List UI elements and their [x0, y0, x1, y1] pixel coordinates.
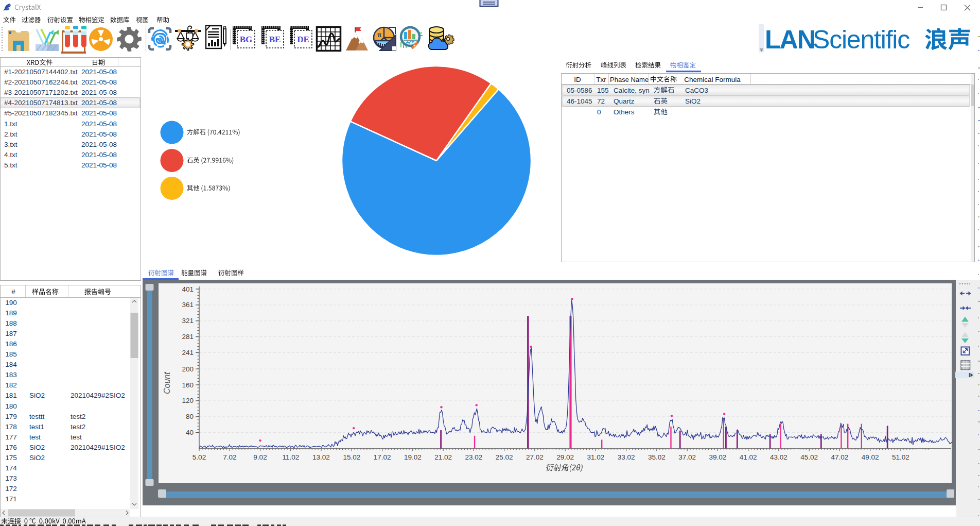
svg-text:2021-05-08: 2021-05-08	[81, 68, 117, 76]
svg-text:47.02: 47.02	[831, 453, 849, 461]
svg-text:test2: test2	[71, 423, 85, 431]
svg-text:1.txt: 1.txt	[4, 120, 18, 128]
svg-text:49.02: 49.02	[862, 453, 879, 461]
svg-text:321: 321	[182, 317, 194, 325]
svg-text:31.02: 31.02	[587, 453, 605, 461]
svg-text:172: 172	[5, 485, 17, 493]
svg-text:Quartz: Quartz	[614, 97, 635, 105]
svg-text:test2: test2	[71, 413, 85, 420]
svg-text:43.02: 43.02	[770, 453, 787, 461]
svg-text:39.02: 39.02	[709, 453, 727, 461]
svg-text:190: 190	[5, 299, 17, 307]
svg-text:183: 183	[5, 371, 17, 379]
svg-text:testtt: testtt	[29, 413, 45, 420]
svg-text:7.02: 7.02	[223, 453, 236, 461]
svg-text:35.02: 35.02	[648, 453, 666, 461]
svg-text:361: 361	[182, 301, 194, 309]
svg-text:175: 175	[5, 454, 17, 462]
svg-text:5.txt: 5.txt	[4, 161, 18, 169]
svg-text:SiO2: SiO2	[29, 454, 45, 462]
svg-text:40: 40	[186, 429, 194, 436]
svg-text:05-0586: 05-0586	[567, 87, 592, 94]
svg-text:72: 72	[597, 97, 605, 105]
svg-text:80: 80	[186, 413, 194, 420]
svg-text:41.02: 41.02	[740, 453, 757, 461]
svg-text:186: 186	[5, 340, 17, 348]
svg-text:45.02: 45.02	[800, 453, 818, 461]
svg-text:180: 180	[5, 402, 17, 410]
svg-text:CaCO3: CaCO3	[685, 87, 708, 94]
svg-text:184: 184	[5, 361, 17, 368]
svg-text:4.txt: 4.txt	[4, 151, 18, 159]
svg-text:160: 160	[182, 381, 194, 389]
svg-text:#4-20210507174813.txt: #4-20210507174813.txt	[4, 99, 78, 107]
svg-text:182: 182	[5, 381, 17, 389]
svg-text:Phase Name: Phase Name	[610, 76, 649, 83]
svg-text:2021-05-08: 2021-05-08	[81, 130, 117, 138]
svg-text:173: 173	[5, 474, 17, 482]
svg-text:Calcite, syn: Calcite, syn	[614, 87, 650, 94]
svg-text:29.02: 29.02	[556, 453, 574, 461]
svg-text:Chemical Formula: Chemical Formula	[684, 76, 741, 83]
svg-text:Scientific: Scientific	[813, 25, 909, 54]
svg-text:13.02: 13.02	[312, 453, 330, 461]
svg-text:23.02: 23.02	[465, 453, 482, 461]
svg-text:2021-05-08: 2021-05-08	[81, 161, 117, 169]
svg-text:17.02: 17.02	[374, 453, 391, 461]
svg-text:20210429#1SIO2: 20210429#1SIO2	[71, 444, 125, 451]
svg-text:25.02: 25.02	[496, 453, 513, 461]
svg-text:11.02: 11.02	[282, 453, 299, 461]
svg-text:2021-05-08: 2021-05-08	[81, 89, 117, 96]
svg-text:ID: ID	[574, 76, 581, 83]
svg-text:2021-05-08: 2021-05-08	[81, 99, 117, 107]
svg-text:401: 401	[182, 285, 194, 293]
svg-text:37.02: 37.02	[678, 453, 696, 461]
svg-text:2021-05-08: 2021-05-08	[81, 78, 117, 86]
svg-text:SiO2: SiO2	[29, 392, 45, 399]
svg-text:3.txt: 3.txt	[4, 141, 18, 148]
svg-text:19.02: 19.02	[404, 453, 422, 461]
svg-text:Count: Count	[163, 372, 171, 394]
svg-text:171: 171	[5, 495, 17, 503]
svg-text:#1-20210507144402.txt: #1-20210507144402.txt	[4, 68, 78, 76]
svg-text:2021-05-08: 2021-05-08	[81, 151, 117, 159]
svg-text:test: test	[29, 433, 41, 441]
svg-text:#3-20210507171202.txt: #3-20210507171202.txt	[4, 89, 78, 96]
svg-text:241: 241	[182, 349, 194, 357]
svg-text:33.02: 33.02	[618, 453, 635, 461]
svg-text:9.02: 9.02	[253, 453, 267, 461]
svg-text:0: 0	[597, 108, 601, 116]
svg-text:181: 181	[5, 392, 17, 399]
svg-text:188: 188	[5, 319, 17, 327]
svg-text:test1: test1	[29, 423, 44, 431]
svg-text:189: 189	[5, 309, 17, 317]
svg-text:178: 178	[5, 423, 17, 431]
svg-text:179: 179	[5, 413, 17, 420]
svg-text:#2-20210507162244.txt: #2-20210507162244.txt	[4, 78, 78, 86]
svg-text:21.02: 21.02	[434, 453, 452, 461]
svg-text:120: 120	[182, 397, 194, 404]
svg-text:2.txt: 2.txt	[4, 130, 18, 138]
svg-text:SiO2: SiO2	[29, 444, 45, 451]
svg-text:5.02: 5.02	[192, 453, 206, 461]
svg-text:#: #	[11, 288, 15, 296]
svg-text:187: 187	[5, 330, 17, 337]
svg-text:176: 176	[5, 444, 17, 451]
svg-text:51.02: 51.02	[892, 453, 909, 461]
svg-text:177: 177	[5, 433, 17, 441]
svg-text:155: 155	[597, 87, 609, 94]
svg-text:LAN: LAN	[765, 25, 815, 54]
svg-text:Others: Others	[614, 108, 635, 116]
svg-text:BE: BE	[269, 35, 281, 44]
svg-text:SiO2: SiO2	[685, 97, 701, 105]
svg-text:46-1045: 46-1045	[567, 97, 592, 105]
svg-text:π: π	[377, 31, 381, 39]
svg-text:185: 185	[5, 350, 17, 358]
svg-text:2021-05-08: 2021-05-08	[81, 141, 117, 148]
svg-text:174: 174	[5, 464, 17, 472]
svg-text:#5-20210507182345.txt: #5-20210507182345.txt	[4, 109, 78, 117]
svg-text:15.02: 15.02	[343, 453, 360, 461]
svg-text:200: 200	[182, 365, 194, 373]
svg-text:DE: DE	[297, 35, 309, 44]
svg-text:BG: BG	[240, 35, 253, 44]
